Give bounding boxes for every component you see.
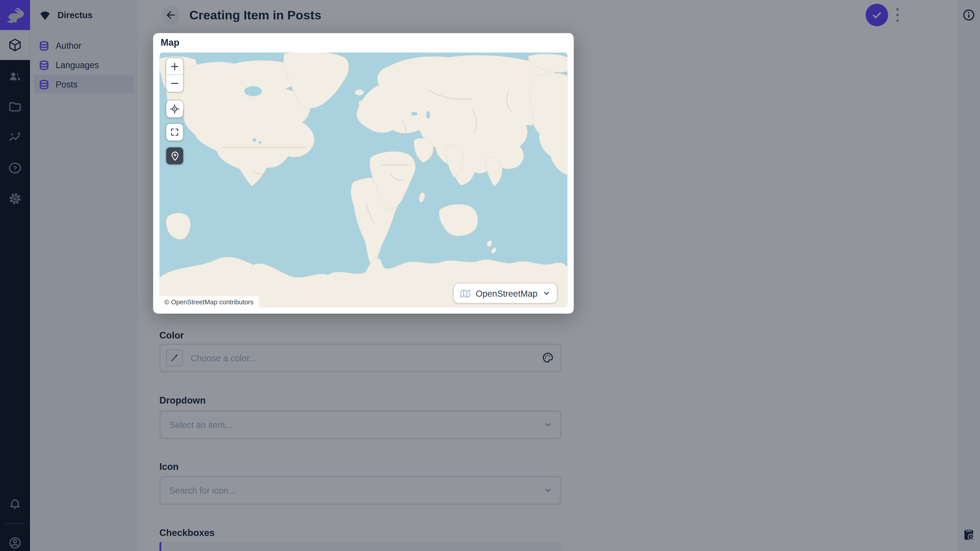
fullscreen-control <box>166 124 183 141</box>
fullscreen-button[interactable] <box>166 124 183 141</box>
zoom-controls <box>166 58 183 92</box>
chevron-down-icon <box>542 289 551 297</box>
map-attribution[interactable]: © OpenStreetMap contributors <box>159 296 258 307</box>
zoom-out-button[interactable] <box>166 75 183 92</box>
fullscreen-icon <box>170 127 180 137</box>
add-marker-control <box>166 148 183 164</box>
world-map <box>159 52 567 307</box>
geolocate-button[interactable] <box>166 100 183 118</box>
map-canvas[interactable]: © OpenStreetMap contributors OpenStreetM… <box>159 52 567 307</box>
minus-icon <box>170 79 180 88</box>
map-icon <box>460 288 471 298</box>
basemap-selector[interactable]: OpenStreetMap <box>454 284 557 303</box>
zoom-in-button[interactable] <box>166 58 183 75</box>
map-field-card: Map <box>153 33 574 314</box>
basemap-label: OpenStreetMap <box>476 288 538 298</box>
app-screen: ? <box>0 0 980 551</box>
pin-plus-icon <box>170 151 180 161</box>
plus-icon <box>170 62 180 71</box>
map-field-label: Map <box>161 37 179 48</box>
add-marker-button[interactable] <box>166 148 183 164</box>
crosshair-icon <box>169 104 180 114</box>
geolocate-control <box>166 100 183 118</box>
